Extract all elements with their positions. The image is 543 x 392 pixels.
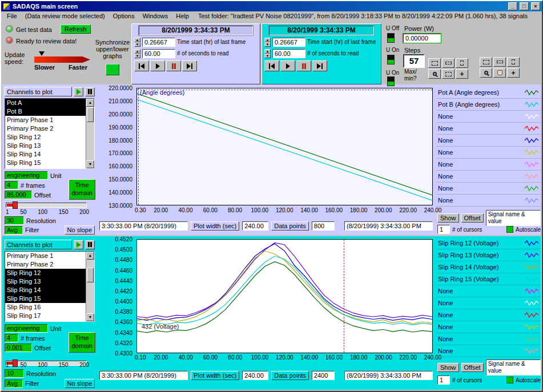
skip-end-button[interactable] [312,60,327,71]
lower-plot-area[interactable]: 432 (Voltage) [136,239,433,353]
play-button[interactable] [280,60,295,71]
sync-graphs-button[interactable] [106,64,119,75]
mag-tool-button[interactable] [480,68,492,78]
speed-slider[interactable] [34,56,90,63]
channel-item[interactable]: Pot A [5,99,86,107]
filter-field[interactable]: Avg [5,226,23,235]
seconds-field[interactable]: 60.00 [142,49,175,58]
legend-item[interactable]: None [436,285,541,297]
legend-item[interactable]: None [436,171,541,183]
frames-field[interactable]: 4 [5,181,18,189]
filter-field[interactable]: Avg [5,379,23,388]
channel-item[interactable]: Slip Ring 15 [5,294,86,303]
seconds-spinner[interactable]: ▲▼ [264,49,271,58]
menu-item-help[interactable]: Help [172,12,192,20]
u-off-indicator-icon[interactable] [387,33,395,43]
u-on-indicator2-icon[interactable] [387,76,395,86]
channel-item[interactable]: Slip Ring 16 [5,303,86,312]
zrv-tool-button[interactable] [507,57,520,67]
time-domain-button[interactable]: Time domain [69,332,95,353]
frames-field[interactable]: 4 [5,334,18,342]
listbox-scrollbar[interactable]: ▲ ▼ [86,252,94,321]
time-start-spinner[interactable]: ▲▼ [134,38,140,47]
show-button[interactable]: Show [437,213,459,223]
seconds-field[interactable]: 60.00 [272,49,305,58]
scroll-thumb[interactable] [87,107,94,122]
plot-width-field[interactable]: 240.00 [242,371,268,380]
menu-item-options[interactable]: Options [110,12,138,20]
pause-button[interactable] [296,60,311,71]
close-icon[interactable]: × [531,2,540,10]
channel-item[interactable]: Slip Ring 14 [5,150,86,159]
channel-item[interactable]: Slip Ring 13 [5,142,86,150]
plot-play-button[interactable] [74,240,83,249]
unit-field[interactable]: engineering [5,324,48,333]
legend-item[interactable]: Slip Ring 13 (Voltage) [436,249,541,261]
data-points-field[interactable]: 800 [312,221,335,231]
cursor-count-field[interactable]: 1 [437,375,450,385]
menu-item-windows[interactable]: Windows [139,12,172,20]
mag-tool-button[interactable] [428,69,441,79]
time-start-field[interactable]: 0.26667 [142,38,175,47]
legend-item[interactable]: None [436,321,541,333]
scroll-thumb[interactable] [87,268,94,282]
zr-tool-button[interactable] [480,57,492,67]
legend-item[interactable]: None [436,159,541,171]
title-bar[interactable]: SADAQS main screen _ □ × [1,1,542,11]
zrh-tool-button[interactable] [442,58,454,68]
u-on-indicator-icon[interactable] [387,55,395,64]
resolution-field[interactable]: 30 [5,216,24,225]
zrv-tool-button[interactable] [456,58,468,68]
legend-item[interactable]: None [436,123,541,135]
slope-toggle[interactable]: No slope [65,225,95,235]
offset-button[interactable]: Offset [461,213,484,223]
data-points-field[interactable]: 2400 [312,371,335,380]
time-start-field[interactable]: 0.26667 [272,38,305,47]
lower-cursor-vertical[interactable] [344,240,344,353]
zr-tool-button[interactable] [428,58,441,68]
show-button[interactable]: Show [437,363,459,372]
menu-item-file[interactable]: File [3,12,21,20]
speed-slider-thumb[interactable] [39,51,45,56]
scroll-up-icon[interactable]: ▲ [86,99,94,107]
channel-item[interactable]: Primary Phase 2 [5,124,86,133]
skip-start-button[interactable] [264,60,279,71]
channel-item[interactable]: Slip Ring 12 [5,133,86,142]
scroll-down-icon[interactable]: ▼ [86,313,94,321]
legend-item[interactable]: None [436,183,541,195]
slider-thumb[interactable] [13,201,18,209]
channel-item[interactable]: Pot B [5,107,86,116]
upper-plot-area[interactable]: (Angle degrees) [136,88,433,205]
skip-start-button[interactable] [134,60,149,71]
cursor-count-field[interactable]: 1 [437,225,450,234]
offset-button[interactable]: Offset [461,363,484,372]
legend-item[interactable]: None [436,111,541,123]
maximize-icon[interactable]: □ [520,2,529,10]
scroll-down-icon[interactable]: ▼ [86,160,94,168]
listbox-scrollbar[interactable]: ▲ ▼ [86,99,94,168]
channel-item[interactable]: Slip Ring 14 [5,286,86,294]
time-domain-button[interactable]: Time domain [69,179,95,200]
minimize-icon[interactable]: _ [508,2,517,10]
autoscale-toggle[interactable] [506,377,513,383]
channel-item[interactable]: Slip Ring 15 [5,159,86,167]
offset-field[interactable]: 0.001 [5,343,32,352]
legend-item[interactable]: None [436,195,541,207]
seconds-spinner[interactable]: ▲▼ [134,49,140,58]
start-time-field[interactable]: 3:30:33.00 PM (8/20/1999) [99,221,188,231]
legend-item[interactable]: None [436,297,541,309]
hand-tool-button[interactable] [493,68,506,78]
slope-toggle[interactable]: No slope [65,379,95,388]
channel-item[interactable]: Slip Ring 13 [5,277,86,286]
plus-tool-button[interactable]: + [507,68,520,78]
channel-item[interactable]: Slip Ring 12 [5,269,86,277]
resolution-field[interactable]: 10 [5,369,24,378]
scroll-up-icon[interactable]: ▲ [86,252,94,260]
plot-width-field[interactable]: 240.00 [242,221,268,231]
channel-item[interactable]: Primary Phase 1 [5,116,86,124]
legend-item[interactable]: None [436,309,541,321]
zr-tool-button[interactable] [442,69,454,79]
start-time-field[interactable]: 3:30:33.00 PM (8/20/1999) [99,371,188,380]
channel-item[interactable]: Slip Ring 17 [5,312,86,320]
autoscale-toggle[interactable] [506,226,513,233]
